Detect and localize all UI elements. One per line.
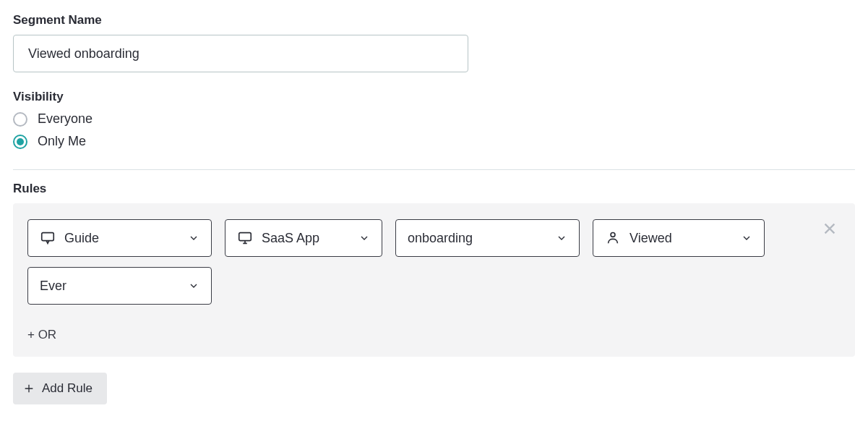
svg-rect-0 <box>42 233 54 241</box>
rule-type-label: Guide <box>64 231 99 246</box>
radio-icon <box>13 112 27 127</box>
add-or-condition[interactable]: + OR <box>27 328 56 342</box>
chat-bubble-icon <box>40 230 56 246</box>
radio-selected-dot <box>17 138 24 145</box>
svg-rect-1 <box>239 233 252 241</box>
rule-item-label: onboarding <box>408 231 473 246</box>
rule-type-select[interactable]: Guide <box>27 219 212 257</box>
rule-app-label: SaaS App <box>262 231 319 246</box>
chevron-down-icon <box>741 232 752 244</box>
rule-app-select[interactable]: SaaS App <box>225 219 382 257</box>
visibility-option-everyone[interactable]: Everyone <box>13 111 855 127</box>
add-rule-label: Add Rule <box>42 381 93 396</box>
chevron-down-icon <box>188 280 199 292</box>
user-icon <box>605 230 621 246</box>
remove-rule-button[interactable] <box>822 221 838 237</box>
close-icon <box>822 221 838 237</box>
rules-panel: Guide SaaS App onboarding <box>13 203 855 357</box>
segment-name-input[interactable] <box>13 35 468 72</box>
visibility-label: Visibility <box>13 90 855 104</box>
svg-point-2 <box>611 232 615 237</box>
rules-label: Rules <box>13 182 855 196</box>
plus-icon <box>23 383 35 394</box>
segment-name-label: Segment Name <box>13 13 855 27</box>
rule-row-2: Ever <box>27 267 841 305</box>
chevron-down-icon <box>556 232 567 244</box>
visibility-radio-group: Everyone Only Me <box>13 111 855 149</box>
visibility-option-label: Only Me <box>38 134 86 149</box>
rule-row-1: Guide SaaS App onboarding <box>27 219 841 257</box>
monitor-icon <box>237 230 253 246</box>
rule-time-select[interactable]: Ever <box>27 267 212 305</box>
visibility-option-only-me[interactable]: Only Me <box>13 134 855 149</box>
add-rule-button[interactable]: Add Rule <box>13 373 107 404</box>
chevron-down-icon <box>188 232 199 244</box>
rule-action-select[interactable]: Viewed <box>593 219 765 257</box>
radio-icon <box>13 135 27 149</box>
section-divider <box>13 169 855 170</box>
chevron-down-icon <box>358 232 370 244</box>
visibility-option-label: Everyone <box>38 111 93 127</box>
rule-action-label: Viewed <box>629 231 672 246</box>
rule-item-select[interactable]: onboarding <box>395 219 580 257</box>
rule-time-label: Ever <box>40 279 66 294</box>
